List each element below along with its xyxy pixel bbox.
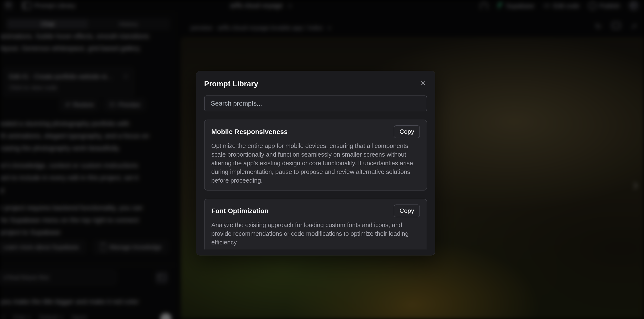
prompt-title: Mobile Responsiveness	[211, 128, 288, 136]
search-input[interactable]	[204, 96, 427, 112]
modal-title: Prompt Library	[204, 80, 258, 88]
app-screen: Prompt Library arffs cloud voyage ∨ Supa…	[0, 0, 644, 319]
prompt-title: Font Optimization	[211, 207, 268, 215]
copy-button[interactable]: Copy	[394, 125, 420, 138]
prompt-list: Mobile Responsiveness Copy Optimize the …	[204, 120, 427, 250]
prompt-card[interactable]: Mobile Responsiveness Copy Optimize the …	[204, 120, 427, 190]
modal-header: Prompt Library ×	[204, 80, 427, 88]
prompt-library-modal: Prompt Library × Mobile Responsiveness C…	[196, 71, 435, 256]
prompt-card-header: Font Optimization Copy	[211, 204, 420, 217]
prompt-body: Analyze the existing approach for loadin…	[211, 220, 420, 246]
close-icon[interactable]: ×	[419, 79, 427, 88]
copy-button[interactable]: Copy	[394, 204, 420, 217]
prompt-card[interactable]: Font Optimization Copy Analyze the exist…	[204, 199, 427, 250]
prompt-card-header: Mobile Responsiveness Copy	[211, 125, 420, 138]
prompt-body: Optimize the entire app for mobile devic…	[211, 142, 420, 185]
